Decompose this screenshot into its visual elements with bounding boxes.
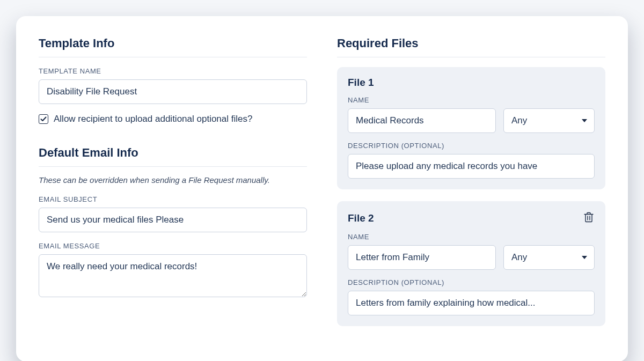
file-name-row	[348, 245, 595, 270]
left-column: Template Info TEMPLATE NAME Allow recipi…	[39, 36, 307, 338]
email-subject-field: EMAIL SUBJECT	[39, 195, 307, 232]
template-name-label: TEMPLATE NAME	[39, 67, 307, 75]
template-name-field: TEMPLATE NAME	[39, 67, 307, 104]
file-name-label: NAME	[348, 233, 595, 241]
trash-icon	[584, 212, 594, 223]
file-block-2: File 2 NAME DESCRIPTION (OPTIONAL)	[337, 201, 605, 326]
file-name-row	[348, 108, 595, 133]
file-name-input[interactable]	[348, 245, 496, 270]
file-type-wrap	[503, 108, 595, 133]
required-files-title: Required Files	[337, 36, 605, 57]
file-header: File 1	[348, 77, 595, 89]
file-description-label: DESCRIPTION (OPTIONAL)	[348, 142, 595, 150]
delete-file-button[interactable]	[583, 211, 595, 225]
file-title: File 2	[348, 212, 374, 224]
email-subject-input[interactable]	[39, 208, 307, 232]
email-message-label: EMAIL MESSAGE	[39, 242, 307, 250]
file-title: File 1	[348, 77, 374, 89]
file-name-wrap	[348, 108, 496, 133]
right-column: Required Files File 1 NAME DESCRIPTION (…	[337, 36, 605, 338]
check-icon	[40, 116, 47, 122]
template-form-card: Template Info TEMPLATE NAME Allow recipi…	[16, 16, 628, 361]
file-header: File 2	[348, 211, 595, 225]
file-type-select[interactable]	[503, 108, 595, 133]
email-message-textarea[interactable]	[39, 254, 307, 297]
file-type-select[interactable]	[503, 245, 595, 270]
email-info-helper: These can be overridden when sending a F…	[39, 175, 307, 185]
file-description-input[interactable]	[348, 291, 595, 315]
file-description-input[interactable]	[348, 154, 595, 179]
file-name-wrap	[348, 245, 496, 270]
allow-optional-label: Allow recipient to upload additional opt…	[54, 114, 252, 124]
file-name-label: NAME	[348, 96, 595, 104]
email-message-field: EMAIL MESSAGE	[39, 242, 307, 299]
file-type-wrap	[503, 245, 595, 270]
allow-optional-checkbox[interactable]	[39, 114, 48, 124]
allow-optional-row: Allow recipient to upload additional opt…	[39, 114, 307, 124]
email-info-title: Default Email Info	[39, 146, 307, 167]
template-name-input[interactable]	[39, 79, 307, 104]
file-block-1: File 1 NAME DESCRIPTION (OPTIONAL)	[337, 67, 605, 189]
file-description-label: DESCRIPTION (OPTIONAL)	[348, 278, 595, 286]
file-name-input[interactable]	[348, 108, 496, 133]
template-info-title: Template Info	[39, 36, 307, 57]
email-subject-label: EMAIL SUBJECT	[39, 195, 307, 203]
